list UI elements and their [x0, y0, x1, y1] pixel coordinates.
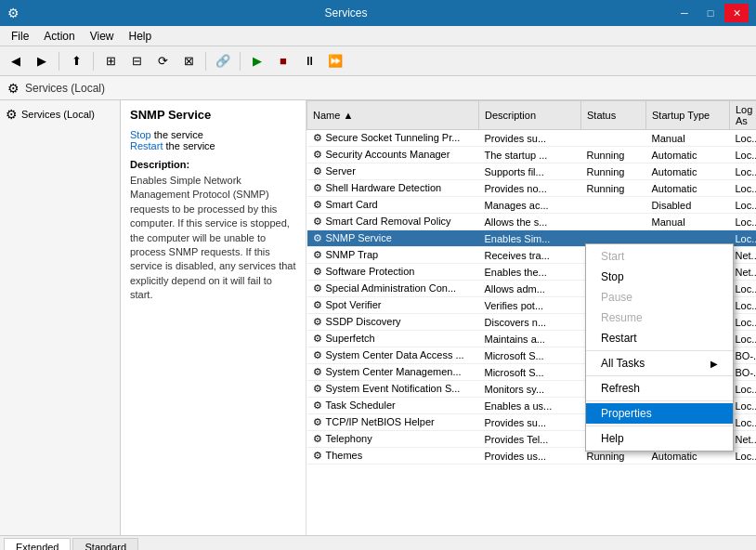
- forward-button[interactable]: ▶: [30, 50, 54, 72]
- cell-name: ⚙SSDP Discovery: [307, 314, 479, 331]
- app-icon: ⚙: [7, 6, 20, 20]
- service-row-icon: ⚙: [313, 366, 322, 378]
- service-row-icon: ⚙: [313, 232, 322, 244]
- ctx-refresh[interactable]: Refresh: [586, 378, 733, 399]
- table-row[interactable]: ⚙Security Accounts ManagerThe startup ..…: [307, 147, 757, 164]
- minimize-button[interactable]: ─: [672, 4, 697, 22]
- ctx-start[interactable]: Start: [586, 246, 733, 267]
- cell-name: ⚙Spot Verifier: [307, 297, 479, 314]
- menu-action[interactable]: Action: [36, 28, 82, 45]
- cell-status: Running: [581, 147, 646, 164]
- service-row-icon: ⚙: [313, 333, 322, 345]
- cell-name: ⚙Secure Socket Tunneling Pr...: [307, 130, 479, 147]
- cell-description: Provides us...: [479, 448, 581, 465]
- ctx-sep-3: [586, 400, 733, 401]
- pause-service-button[interactable]: ⏸: [297, 50, 321, 72]
- cell-description: Verifies pot...: [479, 297, 581, 314]
- address-icon: ⚙: [7, 81, 20, 96]
- close-button[interactable]: ✕: [724, 4, 749, 22]
- cell-name: ⚙Server: [307, 164, 479, 180]
- cell-logon: Loc...: [730, 147, 757, 164]
- ctx-help[interactable]: Help: [586, 428, 733, 449]
- cell-description: Discovers n...: [479, 314, 581, 331]
- start-service-button[interactable]: ▶: [245, 50, 269, 72]
- cell-name: ⚙Superfetch: [307, 331, 479, 347]
- tab-standard[interactable]: Standard: [72, 538, 138, 550]
- cell-name: ⚙SNMP Trap: [307, 247, 479, 264]
- menu-view[interactable]: View: [83, 28, 122, 45]
- cell-description: Enables Sim...: [479, 230, 581, 247]
- cell-startup: Disabled: [646, 197, 730, 214]
- ctx-stop[interactable]: Stop: [586, 267, 733, 287]
- stop-service-button[interactable]: ■: [271, 50, 295, 72]
- maximize-button[interactable]: □: [698, 4, 723, 22]
- service-row-icon: ⚙: [313, 316, 322, 328]
- cell-name: ⚙Security Accounts Manager: [307, 147, 479, 164]
- address-text: Services (Local): [25, 82, 105, 95]
- ctx-restart[interactable]: Restart: [586, 328, 733, 348]
- stop-service-link[interactable]: Stop: [130, 129, 151, 140]
- ctx-sep-1: [586, 350, 733, 351]
- cell-status: [581, 214, 646, 230]
- cell-description: Allows adm...: [479, 281, 581, 297]
- window-title: Services: [20, 7, 672, 20]
- up-button[interactable]: ⬆: [64, 50, 88, 72]
- table-row[interactable]: ⚙ServerSupports fil...RunningAutomaticLo…: [307, 164, 757, 180]
- cell-name: ⚙Software Protection: [307, 264, 479, 281]
- col-header-logon[interactable]: Log On As: [730, 101, 757, 130]
- table-row[interactable]: ⚙Smart CardManages ac...DisabledLoc...: [307, 197, 757, 214]
- refresh-button[interactable]: ⟳: [150, 50, 175, 72]
- cell-startup: Automatic: [646, 180, 730, 197]
- service-row-icon: ⚙: [313, 182, 322, 194]
- address-bar: ⚙ Services (Local): [0, 76, 756, 100]
- service-row-icon: ⚙: [313, 165, 322, 177]
- toolbar-separator-1: [59, 52, 59, 71]
- cell-name: ⚙Telephony: [307, 431, 479, 448]
- service-row-icon: ⚙: [313, 149, 322, 161]
- sidebar-item-label: Services (Local): [21, 109, 95, 120]
- menu-file[interactable]: File: [4, 28, 36, 45]
- back-button[interactable]: ◀: [4, 50, 28, 72]
- show-hide-button[interactable]: ⊞: [98, 50, 123, 72]
- cell-description: Manages ac...: [479, 197, 581, 214]
- col-header-description[interactable]: Description: [479, 101, 581, 130]
- sidebar-item-services-local[interactable]: ⚙ Services (Local): [4, 104, 116, 124]
- service-row-icon: ⚙: [313, 199, 322, 211]
- toolbar-separator-4: [240, 52, 241, 71]
- service-detail-panel: SNMP Service Stop the service Restart th…: [121, 100, 306, 535]
- ctx-resume[interactable]: Resume: [586, 308, 733, 328]
- cell-description: Monitors sy...: [479, 381, 581, 398]
- menu-help[interactable]: Help: [122, 28, 160, 45]
- cell-startup: Automatic: [646, 164, 730, 180]
- service-row-icon: ⚙: [313, 433, 322, 445]
- col-header-name[interactable]: Name ▲: [307, 101, 479, 130]
- cell-description: Receives tra...: [479, 247, 581, 264]
- ctx-properties[interactable]: Properties: [586, 403, 733, 424]
- cell-startup: Manual: [646, 214, 730, 230]
- table-row[interactable]: ⚙Shell Hardware DetectionProvides no...R…: [307, 180, 757, 197]
- table-row[interactable]: ⚙Secure Socket Tunneling Pr...Provides s…: [307, 130, 757, 147]
- toolbar-separator-2: [93, 52, 94, 71]
- service-row-icon: ⚙: [313, 282, 322, 295]
- ctx-sep-2: [586, 375, 733, 376]
- restart-service-link[interactable]: Restart: [130, 140, 163, 151]
- service-row-icon: ⚙: [313, 266, 322, 278]
- table-row[interactable]: ⚙Smart Card Removal PolicyAllows the s..…: [307, 214, 757, 230]
- cell-description: Provides su...: [479, 130, 581, 147]
- properties-button[interactable]: ⊟: [124, 50, 149, 72]
- ctx-pause[interactable]: Pause: [586, 287, 733, 308]
- service-row-icon: ⚙: [313, 450, 322, 462]
- ctx-all-tasks[interactable]: All Tasks ▶: [586, 353, 733, 373]
- restart-service-button[interactable]: ⏩: [323, 50, 347, 72]
- cell-logon: Loc...: [730, 180, 757, 197]
- service-row-icon: ⚙: [313, 216, 322, 228]
- tab-extended[interactable]: Extended: [4, 538, 71, 550]
- table-header-row: Name ▲ Description Status Startup Type L…: [307, 101, 757, 130]
- col-header-startup[interactable]: Startup Type: [646, 101, 730, 130]
- connect-button[interactable]: 🔗: [211, 50, 235, 72]
- export-button[interactable]: ⊠: [176, 50, 201, 72]
- cell-name: ⚙TCP/IP NetBIOS Helper: [307, 414, 479, 431]
- cell-name: ⚙Shell Hardware Detection: [307, 180, 479, 197]
- col-header-status[interactable]: Status: [581, 101, 646, 130]
- sidebar: ⚙ Services (Local): [0, 100, 121, 535]
